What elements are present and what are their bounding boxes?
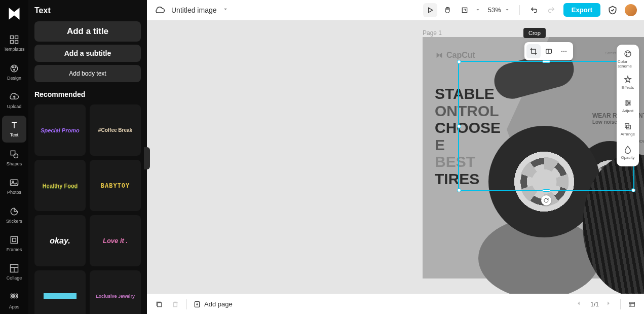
nav-text[interactable]: Text (2, 116, 26, 142)
nav-stickers-label: Stickers (6, 219, 22, 224)
nav-upload[interactable]: Upload (2, 87, 26, 114)
nav-text-label: Text (10, 132, 19, 137)
nav-shapes[interactable]: Shapes (2, 145, 26, 171)
svg-rect-13 (13, 238, 16, 242)
recommended-item-0[interactable]: Special Promo (34, 104, 86, 156)
delete-page-button[interactable] (170, 299, 180, 309)
recommended-label: Healthy Food (43, 183, 78, 189)
svg-rect-35 (158, 302, 162, 306)
recommended-item-4[interactable]: okay. (34, 215, 86, 266)
panel-title: Text (34, 6, 141, 15)
effects-label: Effects (622, 85, 634, 90)
svg-point-31 (628, 102, 630, 103)
effects-button[interactable]: Effects (618, 71, 638, 93)
text-panel: Text Add a title Add a subtitle Add body… (28, 0, 147, 314)
svg-rect-37 (629, 302, 635, 306)
main-area: Untitled image 53% (147, 0, 644, 314)
svg-point-23 (561, 51, 562, 52)
headline-l3: CHOOSE (435, 119, 501, 136)
nav-apps[interactable]: Apps (2, 288, 26, 314)
arrange-button[interactable]: Arrange (618, 118, 638, 140)
page-label: Page 1 (423, 29, 442, 37)
svg-rect-0 (11, 36, 14, 39)
user-avatar[interactable] (625, 4, 637, 16)
zoom-value[interactable]: 53% (488, 6, 501, 14)
checklist-button[interactable] (605, 3, 620, 17)
crop-tooltip: Crop (523, 28, 546, 38)
nav-collage-label: Collage (7, 275, 22, 281)
svg-point-25 (565, 51, 566, 52)
opacity-button[interactable]: Opacity (618, 141, 638, 163)
nav-templates-label: Templates (4, 47, 24, 52)
resize-chevron-icon[interactable] (475, 6, 483, 15)
undo-button[interactable] (527, 3, 541, 17)
app-logo[interactable] (5, 5, 23, 23)
headline-l1: STABLE (435, 85, 501, 102)
resize-button[interactable] (458, 3, 472, 17)
prev-page-button[interactable] (575, 300, 584, 309)
properties-rail: Color scheme Effects Adjust Arrange Opac… (617, 45, 639, 166)
nav-frames[interactable]: Frames (2, 230, 26, 257)
nav-photos[interactable]: Photos (2, 173, 26, 199)
svg-rect-33 (625, 123, 629, 127)
redo-button[interactable] (544, 3, 558, 17)
add-title-button[interactable]: Add a title (34, 21, 141, 42)
color-scheme-label: Color scheme (618, 59, 638, 68)
nav-apps-label: Apps (9, 304, 20, 309)
file-title[interactable]: Untitled image (171, 6, 217, 14)
nav-stickers[interactable]: Stickers (2, 201, 26, 228)
duplicate-page-button[interactable] (154, 299, 164, 309)
nav-photos-label: Photos (7, 190, 21, 195)
svg-point-19 (13, 296, 15, 298)
crop-button[interactable] (526, 44, 541, 58)
svg-point-26 (625, 51, 631, 57)
nav-design[interactable]: Design (2, 58, 26, 85)
svg-point-30 (626, 100, 627, 101)
canvas-viewport[interactable]: Page 1 CapCut Street, Any City www STABL… (147, 20, 644, 294)
pages-panel-button[interactable] (627, 299, 637, 309)
add-page-button[interactable]: Add page (193, 300, 233, 308)
next-page-button[interactable] (605, 300, 614, 309)
svg-point-32 (626, 104, 627, 106)
svg-point-20 (16, 296, 17, 298)
add-body-text-button[interactable]: Add body text (34, 65, 141, 82)
recommended-label: Special Promo (41, 127, 79, 133)
nav-shapes-label: Shapes (7, 161, 22, 166)
cloud-sync-icon[interactable] (154, 4, 166, 16)
recommended-item-7[interactable]: Exclusive Jewelry (90, 270, 141, 314)
divider (519, 5, 520, 15)
recommended-item-6[interactable]: FRESH LOOK (34, 270, 86, 314)
recommended-item-1[interactable]: #Coffee Break (90, 104, 141, 156)
svg-rect-12 (11, 236, 17, 243)
flip-button[interactable] (542, 44, 556, 58)
page-indicator: 1/1 (590, 301, 599, 308)
rotate-handle[interactable] (541, 195, 551, 205)
svg-point-5 (12, 66, 14, 68)
zoom-chevron-icon[interactable] (504, 6, 512, 15)
add-subtitle-button[interactable]: Add a subtitle (34, 45, 141, 62)
hand-tool-button[interactable] (440, 3, 454, 17)
play-button[interactable] (423, 3, 437, 17)
nav-templates[interactable]: Templates (2, 30, 26, 56)
nav-collage[interactable]: Collage (2, 259, 26, 285)
export-button[interactable]: Export (563, 3, 600, 17)
svg-point-29 (626, 54, 627, 55)
recommended-item-3[interactable]: BABYTOY (90, 160, 141, 211)
svg-point-7 (14, 69, 15, 71)
adjust-button[interactable]: Adjust (618, 94, 638, 117)
recommended-item-5[interactable]: Love it . (90, 215, 141, 266)
canvas-page[interactable]: CapCut Street, Any City www STABLE ONTRO… (423, 37, 644, 278)
recommended-item-2[interactable]: Healthy Food (34, 160, 86, 211)
svg-point-6 (15, 66, 16, 68)
recommended-label: Exclusive Jewelry (96, 294, 135, 299)
file-menu-chevron-icon[interactable] (222, 6, 230, 15)
svg-point-18 (11, 296, 12, 298)
arrange-label: Arrange (621, 132, 635, 136)
recommended-label: BABYTOY (101, 182, 130, 189)
divider (620, 299, 621, 309)
nav-rail: Templates Design Upload Text Shapes Phot… (0, 0, 28, 314)
color-scheme-button[interactable]: Color scheme (618, 48, 638, 70)
more-options-button[interactable] (557, 44, 571, 58)
add-page-label: Add page (204, 300, 233, 308)
selection-toolbar (524, 42, 573, 60)
